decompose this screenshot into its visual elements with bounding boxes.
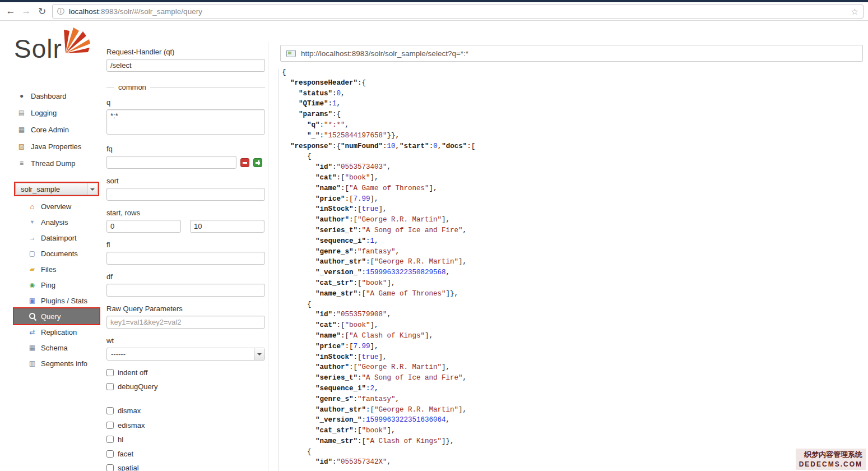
request-url-box[interactable]: http://localhost:8983/solr/solr_sample/s… xyxy=(280,45,863,62)
json-left-border xyxy=(278,69,279,471)
sidebar-item-dataimport[interactable]: Dataimport xyxy=(14,230,99,246)
sidebar-item-thread-dump[interactable]: Thread Dump xyxy=(14,155,99,172)
sidebar-item-label: Core Admin xyxy=(31,126,69,134)
fq-label: fq xyxy=(106,145,265,153)
sidebar-item-label: Ping xyxy=(41,281,55,289)
checkbox-indent-off[interactable] xyxy=(106,369,114,376)
start-input[interactable] xyxy=(106,220,181,233)
back-button[interactable]: ← xyxy=(4,6,17,17)
checkbox-label: spatial xyxy=(118,464,139,471)
df-input[interactable] xyxy=(106,284,265,297)
json-response: { "responseHeader":{ "status":0, "QTime"… xyxy=(282,67,866,471)
logging-icon xyxy=(17,109,26,117)
q-label: q xyxy=(106,98,265,107)
forward-button[interactable]: → xyxy=(20,6,33,17)
dashboard-icon xyxy=(17,92,26,100)
solr-admin-page: Solr Dashboard Logging Core Admin xyxy=(0,21,868,471)
checkbox-hl[interactable] xyxy=(106,436,114,443)
chevron-down-icon xyxy=(87,183,98,195)
remove-fq-button[interactable] xyxy=(240,158,249,167)
core-navigation: Overview Analysis Dataimport Documents xyxy=(14,198,99,371)
request-handler-label: Request-Handler (qt) xyxy=(106,48,265,56)
checkbox-label: debugQuery xyxy=(118,382,158,391)
sidebar-item-schema[interactable]: Schema xyxy=(14,340,99,355)
query-form: Request-Handler (qt) common q *:* fq sor… xyxy=(106,48,265,471)
analysis-icon xyxy=(28,218,36,227)
address-bar[interactable]: ⓘ localhost :8983/solr/#/solr_sample/que… xyxy=(52,4,864,19)
sidebar-item-query[interactable]: Query xyxy=(14,308,99,324)
sidebar-item-label: Dataimport xyxy=(41,234,77,242)
checkbox-edismax[interactable] xyxy=(106,422,114,429)
rows-input[interactable] xyxy=(190,220,264,233)
core-admin-icon xyxy=(17,126,26,134)
sidebar-item-analysis[interactable]: Analysis xyxy=(14,214,99,230)
documents-icon xyxy=(28,250,36,258)
add-fq-button[interactable] xyxy=(253,158,262,167)
sidebar-item-label: Schema xyxy=(41,344,68,352)
thread-dump-icon xyxy=(17,159,26,168)
sidebar-item-label: Logging xyxy=(31,109,57,117)
sidebar-item-dashboard[interactable]: Dashboard xyxy=(14,87,99,104)
dataimport-icon xyxy=(28,234,36,242)
sidebar-item-label: Query xyxy=(41,312,61,321)
plugins-stats-icon xyxy=(28,297,36,305)
replication-icon xyxy=(28,328,36,336)
sidebar-item-segments-info[interactable]: Segments info xyxy=(14,355,99,371)
solr-logo-flare-icon xyxy=(62,26,92,58)
start-rows-label: start, rows xyxy=(106,209,265,217)
fl-input[interactable] xyxy=(106,252,265,265)
sidebar-item-ping[interactable]: Ping xyxy=(14,277,99,293)
sidebar-item-documents[interactable]: Documents xyxy=(14,246,99,261)
sidebar-item-label: Java Properties xyxy=(31,142,81,151)
sidebar-item-label: Analysis xyxy=(41,218,68,227)
sidebar-item-overview[interactable]: Overview xyxy=(14,198,99,214)
raw-query-params-input[interactable] xyxy=(106,316,265,329)
bookmark-star-icon[interactable]: ☆ xyxy=(851,7,858,17)
checkbox-row: dismax xyxy=(106,407,265,415)
sidebar-item-label: Overview xyxy=(41,202,71,211)
address-url-host: localhost xyxy=(69,7,99,16)
q-input[interactable]: *:* xyxy=(106,109,265,135)
fq-input[interactable] xyxy=(106,156,236,169)
browser-toolbar: ← → ↻ ⓘ localhost :8983/solr/#/solr_samp… xyxy=(0,2,868,21)
sidebar-item-replication[interactable]: Replication xyxy=(14,324,99,340)
watermark-line2: DEDECMS.COM xyxy=(799,460,862,469)
query-parser-options-group: dismax edismax hl facet xyxy=(106,407,265,471)
wt-select[interactable]: ------ xyxy=(106,348,265,361)
sidebar-item-label: Thread Dump xyxy=(31,159,75,168)
sidebar-item-core-admin[interactable]: Core Admin xyxy=(14,121,99,138)
checkbox-facet[interactable] xyxy=(106,450,114,458)
sidebar-item-logging[interactable]: Logging xyxy=(14,104,99,121)
refresh-button[interactable]: ↻ xyxy=(36,6,48,17)
response-format-icon xyxy=(286,50,296,57)
page-info-icon[interactable]: ⓘ xyxy=(57,7,64,17)
schema-icon xyxy=(28,344,36,352)
fl-label: fl xyxy=(106,241,265,249)
sidebar-item-java-properties[interactable]: Java Properties xyxy=(14,138,99,155)
sidebar-item-label: Plugins / Stats xyxy=(41,297,87,305)
sidebar-item-label: Documents xyxy=(41,250,78,258)
request-handler-input[interactable] xyxy=(106,59,265,72)
checkbox-spatial[interactable] xyxy=(106,464,114,471)
query-options-group: indent off debugQuery xyxy=(106,368,265,391)
sidebar-item-label: Replication xyxy=(41,328,77,336)
sidebar-item-plugins-stats[interactable]: Plugins / Stats xyxy=(14,293,99,308)
main-navigation: Dashboard Logging Core Admin Java Proper… xyxy=(14,87,99,172)
query-icon xyxy=(28,312,36,321)
sidebar: Solr Dashboard Logging Core Admin xyxy=(14,34,99,371)
checkbox-label: facet xyxy=(118,450,133,458)
overview-icon xyxy=(28,202,36,211)
form-results-divider xyxy=(268,42,268,471)
checkbox-dismax[interactable] xyxy=(106,407,114,414)
solr-logo[interactable]: Solr xyxy=(14,34,99,87)
sort-label: sort xyxy=(106,177,265,185)
common-section-divider: common xyxy=(106,83,265,91)
sort-input[interactable] xyxy=(106,188,265,201)
core-selector-dropdown[interactable]: solr_sample xyxy=(15,183,98,195)
request-url-text: http://localhost:8983/solr/solr_sample/s… xyxy=(301,49,468,58)
checkbox-row: facet xyxy=(106,450,265,458)
sidebar-item-files[interactable]: Files xyxy=(14,261,99,277)
checkbox-debugquery[interactable] xyxy=(106,383,114,390)
address-url-path: :8983/solr/#/solr_sample/query xyxy=(99,7,202,16)
checkbox-row: indent off xyxy=(106,368,265,377)
